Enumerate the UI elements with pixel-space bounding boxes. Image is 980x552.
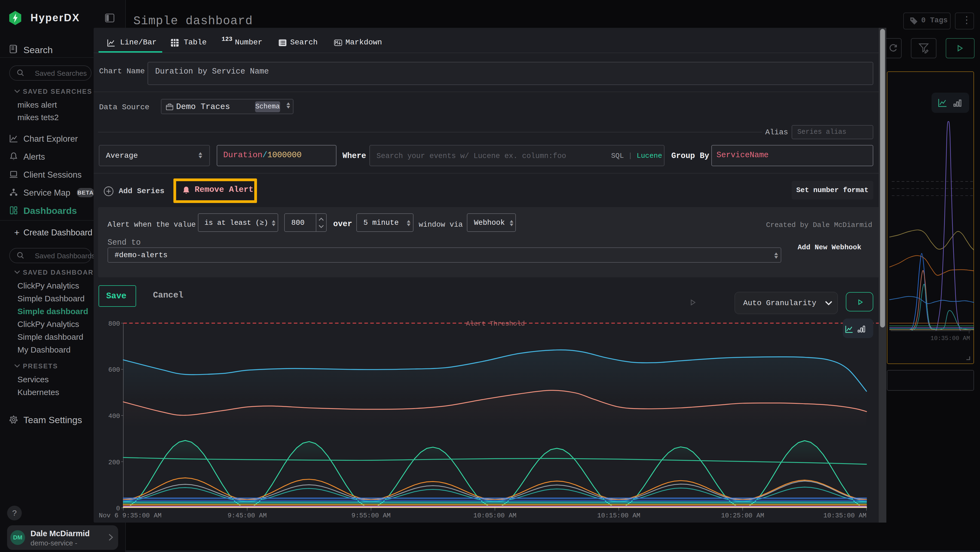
svg-text:400: 400 [108,413,120,420]
svg-text:800: 800 [108,320,120,327]
svg-text:0: 0 [116,505,120,512]
svg-text:Nov 6 9:35:00 AM: Nov 6 9:35:00 AM [99,512,161,519]
svg-text:600: 600 [108,366,120,373]
svg-text:Alert Threshold: Alert Threshold [466,320,525,327]
svg-text:200: 200 [108,459,120,466]
svg-text:9:45:00 AM: 9:45:00 AM [228,512,267,519]
svg-text:9:55:00 AM: 9:55:00 AM [352,512,391,519]
svg-text:10:35:00 AM: 10:35:00 AM [824,512,867,519]
svg-text:10:15:00 AM: 10:15:00 AM [597,512,640,519]
svg-text:10:05:00 AM: 10:05:00 AM [473,512,516,519]
svg-text:10:25:00 AM: 10:25:00 AM [721,512,764,519]
